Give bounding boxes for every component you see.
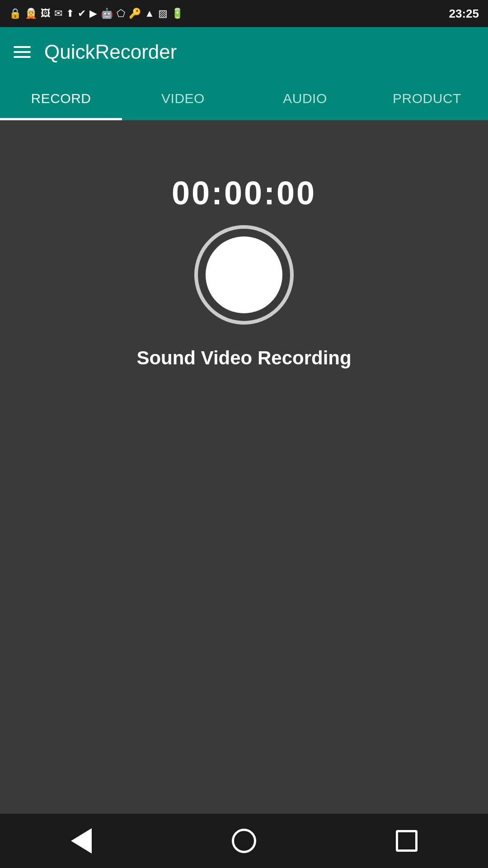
check-icon: ✔	[78, 8, 86, 19]
status-time: 23:25	[449, 7, 479, 21]
back-icon	[71, 828, 92, 854]
battery-icon: 🔋	[171, 8, 183, 19]
home-icon	[232, 829, 256, 853]
tab-audio[interactable]: Audio	[244, 77, 366, 120]
key-icon: 🔑	[129, 8, 141, 19]
tab-bar: Record Video Audio Product	[0, 77, 488, 120]
app-title: QuickRecorder	[44, 41, 177, 63]
bluetooth-icon: ⬠	[117, 8, 125, 19]
record-button-inner	[206, 236, 282, 313]
overview-icon	[396, 830, 418, 852]
menu-icon[interactable]	[14, 46, 31, 58]
nav-home-button[interactable]	[226, 823, 262, 859]
tab-video[interactable]: Video	[122, 77, 244, 120]
record-button[interactable]	[194, 225, 294, 325]
character-icon: 🧝	[25, 8, 37, 19]
upload-icon: ⬆	[66, 8, 74, 19]
signal-icon: ▨	[158, 8, 168, 19]
tab-record[interactable]: Record	[0, 77, 122, 120]
play-icon: ▶	[89, 8, 97, 19]
image-icon: 🖼	[41, 8, 51, 19]
android-icon: 🤖	[101, 8, 113, 19]
lock-icon: 🔒	[9, 8, 21, 19]
status-bar: 🔒 🧝 🖼 ✉ ⬆ ✔ ▶ 🤖 ⬠ 🔑 ▲ ▨ 🔋 23:25	[0, 0, 488, 27]
nav-overview-button[interactable]	[389, 823, 425, 859]
status-icons-left: 🔒 🧝 🖼 ✉ ⬆ ✔ ▶ 🤖 ⬠ 🔑 ▲ ▨ 🔋	[9, 8, 183, 19]
tab-product[interactable]: Product	[366, 77, 488, 120]
nav-bar	[0, 814, 488, 868]
recording-label: Sound Video Recording	[136, 347, 351, 369]
timer-display: 00:00:00	[172, 175, 316, 212]
wifi-icon: ▲	[145, 8, 155, 19]
nav-back-button[interactable]	[63, 823, 99, 859]
mail-icon: ✉	[54, 8, 62, 19]
main-content: 00:00:00 Sound Video Recording	[0, 120, 488, 814]
app-bar: QuickRecorder	[0, 27, 488, 77]
